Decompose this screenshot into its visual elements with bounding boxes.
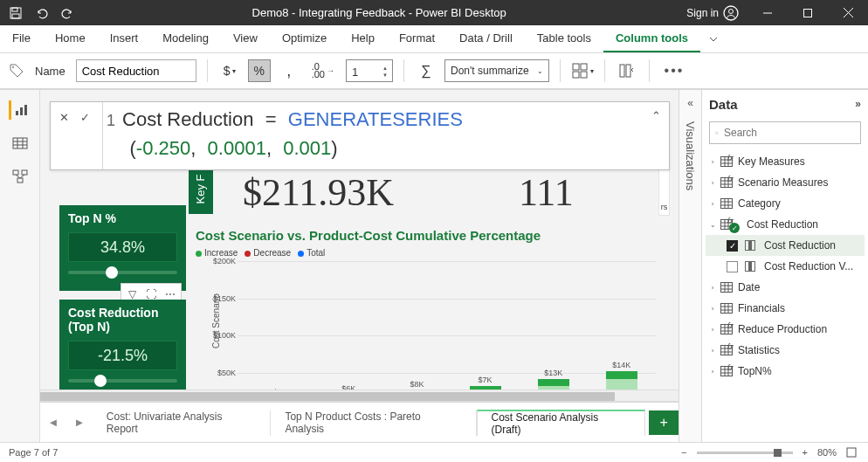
decimal-format-button[interactable]: .0.00→ <box>307 59 339 82</box>
fit-to-page-button[interactable] <box>844 447 859 458</box>
undo-icon[interactable] <box>31 2 53 24</box>
topn-title: Top N % <box>68 211 177 225</box>
viz-pane-label[interactable]: Visualizations <box>684 121 697 190</box>
add-page-button[interactable]: + <box>649 410 679 435</box>
svg-rect-16 <box>16 111 18 115</box>
svg-rect-24 <box>13 170 18 175</box>
percent-format-button[interactable]: % <box>248 59 271 82</box>
topn-slider[interactable] <box>68 271 177 274</box>
formula-commit-icon[interactable]: ✓ <box>77 109 93 125</box>
data-pane: Data » ›fxKey Measures›fxScenario Measur… <box>701 90 868 442</box>
cost-reduction-slider[interactable] <box>68 379 177 383</box>
sort-by-column-button[interactable] <box>616 59 638 82</box>
tab-insert[interactable]: Insert <box>98 25 151 52</box>
report-view-icon[interactable] <box>9 100 31 120</box>
table-row[interactable]: ›Date <box>706 277 865 298</box>
column-name-input[interactable] <box>76 59 196 82</box>
ribbon-tabs: File Home Insert Modeling View Optimize … <box>0 25 868 53</box>
maximize-button[interactable] <box>789 0 826 25</box>
redo-icon[interactable] <box>56 2 79 24</box>
save-icon[interactable] <box>4 2 27 24</box>
svg-rect-12 <box>573 72 579 78</box>
table-row[interactable]: ⌄fx✓Cost Reduction <box>706 214 865 235</box>
close-button[interactable] <box>830 0 866 25</box>
data-pane-collapse-icon[interactable]: » <box>855 98 861 110</box>
status-bar: Page 7 of 7 − + 80% <box>0 442 868 462</box>
zoom-in-button[interactable]: + <box>800 447 810 458</box>
table-row[interactable]: ›fxTopN% <box>706 361 865 382</box>
bar-february[interactable]: $6K <box>327 287 369 401</box>
bar-january[interactable]: $5K <box>259 287 301 401</box>
bar-may[interactable]: $13K <box>533 287 575 401</box>
table-row[interactable]: ›Financials <box>706 298 865 319</box>
svg-rect-6 <box>804 9 812 17</box>
formula-cancel-icon[interactable]: ✕ <box>56 109 72 125</box>
tab-format[interactable]: Format <box>387 25 447 52</box>
decimal-places-input[interactable]: 1 <box>347 60 378 83</box>
tab-table-tools[interactable]: Table tools <box>525 25 603 52</box>
tab-data-drill[interactable]: Data / Drill <box>447 25 525 52</box>
decimal-places-stepper[interactable]: ▲▼ <box>378 60 392 83</box>
thousands-separator-button[interactable]: , <box>278 59 300 82</box>
tab-modeling[interactable]: Modeling <box>150 25 221 52</box>
user-icon <box>723 5 739 21</box>
viz-pane-expand-icon[interactable]: « <box>687 97 693 109</box>
page-nav-next[interactable]: ► <box>66 403 93 442</box>
table-row[interactable]: ›fxReduce Production <box>706 319 865 340</box>
zoom-slider[interactable] <box>697 452 793 454</box>
table-row[interactable]: ›fxStatistics <box>706 340 865 361</box>
table-row[interactable]: ›fxScenario Measures <box>706 172 865 193</box>
data-category-button[interactable]: ▾ <box>571 59 594 82</box>
svg-rect-10 <box>573 64 579 70</box>
waterfall-chart[interactable]: Cost Scenario vs. Product-Cost Cumulativ… <box>196 228 656 402</box>
tab-view[interactable]: View <box>221 25 270 52</box>
svg-rect-19 <box>13 138 27 148</box>
more-options-button[interactable]: ••• <box>660 59 688 82</box>
fields-search[interactable] <box>709 121 861 144</box>
kpi-big-value: $211.93K <box>243 170 394 215</box>
title-bar: Demo8 - Integrating Feedback - Power BI … <box>0 0 868 25</box>
topn-slicer-card[interactable]: Top N % 34.8% <box>59 205 186 291</box>
page-tab-3[interactable]: Cost Scenario Analysis (Draft) <box>477 410 646 436</box>
formula-bar-collapse-icon[interactable]: ⌃ <box>648 102 664 169</box>
svg-rect-51 <box>721 283 733 293</box>
model-view-icon[interactable] <box>9 167 31 186</box>
tab-column-tools[interactable]: Column tools <box>603 25 700 52</box>
canvas-horizontal-scrollbar[interactable] <box>40 390 679 402</box>
data-view-icon[interactable] <box>9 134 31 153</box>
minimize-button[interactable] <box>749 0 786 25</box>
svg-line-28 <box>20 175 24 178</box>
zoom-out-button[interactable]: − <box>679 447 689 458</box>
formula-text[interactable]: 1Cost Reduction = GENERATESERIES (-0.250… <box>103 102 648 169</box>
sign-in-label: Sign in <box>686 7 719 19</box>
table-row[interactable]: ›Category <box>706 193 865 214</box>
summarization-select[interactable]: Don't summarize⌄ <box>444 59 549 82</box>
bar-june[interactable]: $14K <box>601 287 643 401</box>
tab-help[interactable]: Help <box>339 25 387 52</box>
cost-reduction-slicer-card[interactable]: Cost Reduction (Top N) -21.5% <box>59 300 186 391</box>
page-tab-1[interactable]: Cost: Univariate Analysis Report <box>93 410 272 436</box>
field-row[interactable]: ✓Cost Reduction <box>706 235 865 256</box>
fields-search-input[interactable] <box>724 127 855 139</box>
bar-april[interactable]: $7K <box>465 287 506 401</box>
formula-bar[interactable]: ✕ ✓ 1Cost Reduction = GENERATESERIES (-0… <box>50 101 670 170</box>
column-tools-ribbon: Name $▾ % , .0.00→ 1 ▲▼ ∑ Don't summariz… <box>0 53 868 90</box>
fields-tree: ›fxKey Measures›fxScenario Measures›Cate… <box>702 151 868 442</box>
field-row[interactable]: Cost Reduction V... <box>706 256 865 277</box>
page-nav-prev[interactable]: ◄ <box>40 403 66 442</box>
tab-home[interactable]: Home <box>43 25 98 52</box>
cost-reduction-value: -21.5% <box>68 341 177 370</box>
page-tab-2[interactable]: Top N Product Costs : Pareto Analysis <box>271 410 476 436</box>
visualizations-pane-collapsed: « Visualizations <box>679 90 701 442</box>
window-title: Demo8 - Integrating Feedback - Power BI … <box>79 6 679 19</box>
tab-optimize[interactable]: Optimize <box>270 25 339 52</box>
topn-value: 34.8% <box>68 232 177 262</box>
chart-title: Cost Scenario vs. Product-Cost Cumulativ… <box>196 228 656 243</box>
ribbon-overflow[interactable] <box>700 25 727 52</box>
svg-rect-11 <box>581 64 587 70</box>
table-row[interactable]: ›fxKey Measures <box>706 151 865 172</box>
sign-in-button[interactable]: Sign in <box>679 3 746 24</box>
currency-format-button[interactable]: $▾ <box>218 59 241 82</box>
tab-file[interactable]: File <box>0 25 43 52</box>
bar-march[interactable]: $8K <box>396 287 437 401</box>
